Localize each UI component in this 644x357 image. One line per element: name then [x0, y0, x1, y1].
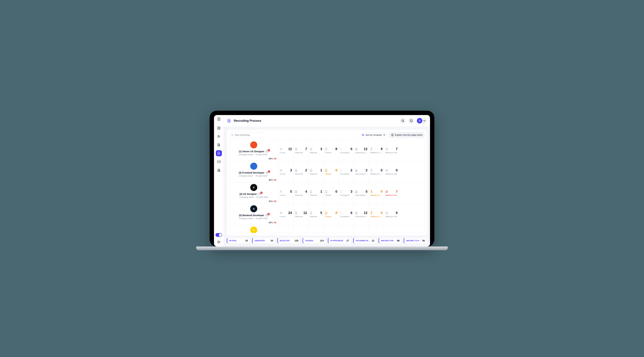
status-cell[interactable]: 5 In pool: [278, 182, 293, 204]
status-cell[interactable]: 9 Waiting for n...: [369, 204, 384, 225]
status-icon: [295, 212, 297, 214]
status-cell[interactable]: 6 In progress: [338, 140, 354, 161]
status-icon: [325, 212, 327, 214]
status-icon: [386, 190, 388, 193]
footer-stat[interactable]: WAITING FOR...88: [378, 238, 402, 244]
status-icon: [355, 148, 358, 150]
status-cell[interactable]: 12 Upcoming Int...: [354, 140, 369, 161]
footer-value: 88: [397, 239, 400, 242]
table-row[interactable]: (3) Frontend Developer 4 Company name·25…: [229, 161, 424, 182]
sort-dropdown[interactable]: Sort by company: [360, 132, 388, 138]
notes-icon[interactable]: 4: [258, 193, 261, 195]
status-cell[interactable]: 0 Waiting for n...: [369, 225, 384, 233]
assignees-count[interactable]: (1+): [269, 200, 272, 202]
status-cell[interactable]: 33 In pool: [278, 225, 293, 233]
job-subtitle: Company name·25 April 2024: [239, 175, 269, 177]
status-cell[interactable]: 3 In pool: [278, 161, 293, 182]
theme-toggle[interactable]: [216, 233, 222, 237]
notifications-button[interactable]: [408, 118, 414, 124]
nav-billing[interactable]: [216, 159, 222, 165]
status-icon: [386, 169, 388, 172]
user-menu[interactable]: D: [416, 118, 427, 124]
footer-stat[interactable]: OBSERVED33: [252, 238, 276, 244]
status-cell[interactable]: 8 Chosen: [324, 140, 338, 161]
status-cell[interactable]: 25 Observed: [293, 225, 308, 233]
status-cell[interactable]: 0 Chosen: [324, 182, 338, 204]
status-cell[interactable]: 3 In progress: [338, 182, 354, 204]
status-icon: [386, 212, 388, 214]
status-label: Observed: [295, 216, 307, 218]
nav-recruiting[interactable]: [216, 150, 222, 156]
status-cell[interactable]: 0 Waiting to hire: [384, 225, 399, 233]
status-icon: [310, 169, 312, 172]
notes-icon[interactable]: 4: [266, 172, 269, 174]
footer-label: CHOSEN: [305, 240, 313, 242]
status-count: 9: [381, 211, 382, 215]
status-cell[interactable]: 7 Waiting to hire: [384, 140, 399, 161]
assignees-count[interactable]: (3+): [269, 221, 272, 224]
status-cell[interactable]: 0 Waiting to hire: [384, 204, 399, 225]
status-cell[interactable]: 1 Rejected: [308, 182, 324, 204]
footer-value: 33: [245, 239, 248, 242]
status-cell[interactable]: 0 Waiting to hire: [384, 161, 399, 182]
status-cell[interactable]: 2 Upcoming Int...: [354, 161, 369, 182]
status-cell[interactable]: 7 Waiting to hire: [384, 182, 399, 204]
nav-company[interactable]: [216, 167, 222, 173]
svg-rect-0: [218, 127, 218, 128]
status-cell[interactable]: 1 Rejected: [308, 161, 324, 182]
footer-stat[interactable]: IN POOL33: [227, 238, 250, 244]
status-cell[interactable]: 9 Waiting for n...: [369, 182, 384, 204]
status-count: 11: [318, 232, 322, 233]
status-cell[interactable]: 4 In progress: [338, 225, 354, 233]
status-cell[interactable]: 5 Rejected: [308, 204, 324, 225]
status-cell[interactable]: 6 In progress: [338, 204, 354, 225]
nav-dashboard[interactable]: [216, 125, 222, 131]
status-cell[interactable]: 12 Upcoming Int...: [354, 204, 369, 225]
flag-icon: [274, 222, 276, 224]
nav-candidates[interactable]: [216, 134, 222, 140]
global-search-button[interactable]: [400, 118, 406, 124]
status-cell[interactable]: 8 Chosen: [324, 161, 338, 182]
nav-jobs[interactable]: [216, 142, 222, 148]
menu-icon[interactable]: [217, 118, 220, 120]
status-cell[interactable]: 9 Waiting for n...: [369, 140, 384, 161]
footer-stat[interactable]: IN PROGRESS17: [328, 238, 351, 244]
search-input-wrap[interactable]: [229, 132, 264, 138]
status-cell[interactable]: 11 Rejected: [308, 225, 324, 233]
footer-stat[interactable]: CHOSEN114: [302, 238, 326, 244]
logout-icon[interactable]: [217, 240, 220, 244]
avatar: D: [417, 118, 422, 124]
status-cell[interactable]: 4 Observed: [293, 182, 308, 204]
status-cell[interactable]: 0 Waiting for n...: [369, 161, 384, 182]
jobs-table[interactable]: (1) Senior UX Designer 4 Company name·25…: [229, 140, 425, 233]
assignees-count[interactable]: (4+): [269, 158, 272, 160]
table-row[interactable]: K (3) Fullstack Developer 4 Company name…: [229, 225, 424, 233]
svg-point-32: [280, 212, 282, 213]
table-row[interactable]: A (5) Backend Developer 4 Company name·2…: [229, 204, 424, 225]
status-cell[interactable]: 24 In pool: [278, 204, 293, 225]
search-input[interactable]: [234, 134, 262, 136]
explain-button[interactable]: Explain how this page works: [389, 132, 425, 138]
status-cell[interactable]: 0 Chosen: [324, 225, 338, 233]
svg-rect-24: [258, 193, 260, 195]
assignees-count[interactable]: (2+): [269, 179, 272, 181]
notes-icon[interactable]: 4: [266, 214, 268, 216]
table-row[interactable]: S (2) UX Designer 4 Company name·25 Apri…: [229, 182, 424, 204]
footer-stat[interactable]: WAITING TO H...56: [404, 238, 427, 244]
footer-stat[interactable]: REJECTED120: [278, 238, 301, 244]
footer-label: REJECTED: [280, 240, 290, 242]
status-cell[interactable]: 12 Observed: [293, 204, 308, 225]
table-row[interactable]: (1) Senior UX Designer 4 Company name·25…: [229, 140, 424, 161]
footer-stat[interactable]: UPCOMING IN...13: [353, 238, 376, 244]
status-cell[interactable]: 5 Upcoming Int...: [354, 182, 369, 204]
status-cell[interactable]: 3 Rejected: [308, 140, 324, 161]
status-cell[interactable]: 12 In pool: [278, 140, 293, 161]
job-title: (3) Frontend Developer 4: [239, 171, 269, 174]
notes-icon[interactable]: 4: [266, 150, 269, 152]
status-cell[interactable]: 8 Chosen: [324, 204, 338, 225]
status-count: 1: [320, 190, 322, 194]
status-cell[interactable]: 2 In progress: [338, 161, 354, 182]
status-cell[interactable]: 6 Upcoming Int...: [354, 225, 369, 233]
status-cell[interactable]: 7 Observed: [293, 140, 308, 161]
status-cell[interactable]: 2 Observed: [293, 161, 308, 182]
